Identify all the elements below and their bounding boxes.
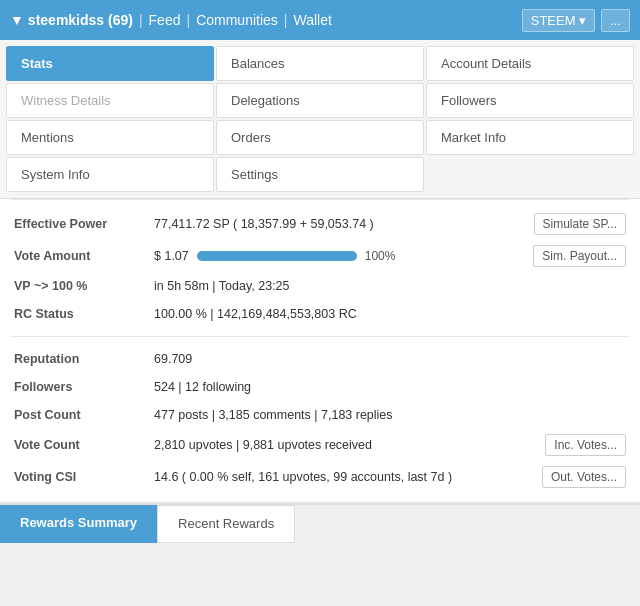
menu-balances[interactable]: Balances <box>216 46 424 81</box>
menu-account-details[interactable]: Account Details <box>426 46 634 81</box>
row-reputation: Reputation 69.709 <box>10 345 630 373</box>
row-post-count: Post Count 477 posts | 3,185 comments | … <box>10 401 630 429</box>
row-voting-csi: Voting CSI 14.6 ( 0.00 % self, 161 upvot… <box>10 461 630 493</box>
menu-delegations[interactable]: Delegations <box>216 83 424 118</box>
menu-system-info[interactable]: System Info <box>6 157 214 192</box>
label-vote-amount: Vote Amount <box>14 249 154 263</box>
value-reputation: 69.709 <box>154 352 626 366</box>
tab-recent-rewards[interactable]: Recent Rewards <box>157 505 295 543</box>
value-vp: in 5h 58m | Today, 23:25 <box>154 279 626 293</box>
stats-content: Effective Power 77,411.72 SP ( 18,357.99… <box>0 199 640 501</box>
value-rc-status: 100.00 % | 142,169,484,553,803 RC <box>154 307 626 321</box>
value-vote-count: 2,810 upvotes | 9,881 upvotes received <box>154 438 545 452</box>
value-post-count: 477 posts | 3,185 comments | 7,183 repli… <box>154 408 626 422</box>
label-post-count: Post Count <box>14 408 154 422</box>
simulate-sp-button[interactable]: Simulate SP... <box>534 213 626 235</box>
menu-market-info[interactable]: Market Info <box>426 120 634 155</box>
row-vote-count: Vote Count 2,810 upvotes | 9,881 upvotes… <box>10 429 630 461</box>
tab-rewards-summary[interactable]: Rewards Summary <box>0 505 157 543</box>
sim-payout-button[interactable]: Sim. Payout... <box>533 245 626 267</box>
menu-grid: Stats Balances Account Details Witness D… <box>0 40 640 199</box>
nav-sep2: | <box>186 12 190 28</box>
bottom-tabs: Rewards Summary Recent Rewards <box>0 503 640 543</box>
menu-witness-details: Witness Details <box>6 83 214 118</box>
menu-orders[interactable]: Orders <box>216 120 424 155</box>
vote-bar-fill <box>197 251 357 261</box>
steem-button[interactable]: STEEM ▾ <box>522 9 595 32</box>
brand-arrow: ▼ <box>10 12 24 28</box>
vote-amount-text: $ 1.07 <box>154 249 189 263</box>
dots-button[interactable]: ... <box>601 9 630 32</box>
nav-communities[interactable]: Communities <box>196 12 278 28</box>
menu-stats[interactable]: Stats <box>6 46 214 81</box>
row-vp: VP ~> 100 % in 5h 58m | Today, 23:25 <box>10 272 630 300</box>
label-rc-status: RC Status <box>14 307 154 321</box>
vote-bar <box>197 251 357 261</box>
label-vp: VP ~> 100 % <box>14 279 154 293</box>
nav-right: STEEM ▾ ... <box>522 9 630 32</box>
row-effective-power: Effective Power 77,411.72 SP ( 18,357.99… <box>10 208 630 240</box>
brand-name: steemkidss (69) <box>28 12 133 28</box>
label-effective-power: Effective Power <box>14 217 154 231</box>
section-power: Effective Power 77,411.72 SP ( 18,357.99… <box>10 199 630 336</box>
label-vote-count: Vote Count <box>14 438 154 452</box>
out-votes-button[interactable]: Out. Votes... <box>542 466 626 488</box>
row-followers: Followers 524 | 12 following <box>10 373 630 401</box>
label-followers: Followers <box>14 380 154 394</box>
nav-sep1: | <box>139 12 143 28</box>
label-reputation: Reputation <box>14 352 154 366</box>
menu-settings[interactable]: Settings <box>216 157 424 192</box>
row-vote-amount: Vote Amount $ 1.07 100% Sim. Payout... <box>10 240 630 272</box>
value-followers: 524 | 12 following <box>154 380 626 394</box>
value-effective-power: 77,411.72 SP ( 18,357.99 + 59,053.74 ) <box>154 217 534 231</box>
value-vote-amount: $ 1.07 100% <box>154 249 533 263</box>
top-nav: ▼ steemkidss (69) | Feed | Communities |… <box>0 0 640 40</box>
value-voting-csi: 14.6 ( 0.00 % self, 161 upvotes, 99 acco… <box>154 470 542 484</box>
nav-feed[interactable]: Feed <box>149 12 181 28</box>
inc-votes-button[interactable]: Inc. Votes... <box>545 434 626 456</box>
menu-mentions[interactable]: Mentions <box>6 120 214 155</box>
menu-followers[interactable]: Followers <box>426 83 634 118</box>
nav-wallet[interactable]: Wallet <box>293 12 331 28</box>
nav-links: | Feed | Communities | Wallet <box>139 12 332 28</box>
nav-sep3: | <box>284 12 288 28</box>
label-voting-csi: Voting CSI <box>14 470 154 484</box>
vote-pct-text: 100% <box>365 249 396 263</box>
brand[interactable]: ▼ steemkidss (69) <box>10 12 133 28</box>
row-rc-status: RC Status 100.00 % | 142,169,484,553,803… <box>10 300 630 328</box>
section-account-stats: Reputation 69.709 Followers 524 | 12 fol… <box>10 336 630 501</box>
